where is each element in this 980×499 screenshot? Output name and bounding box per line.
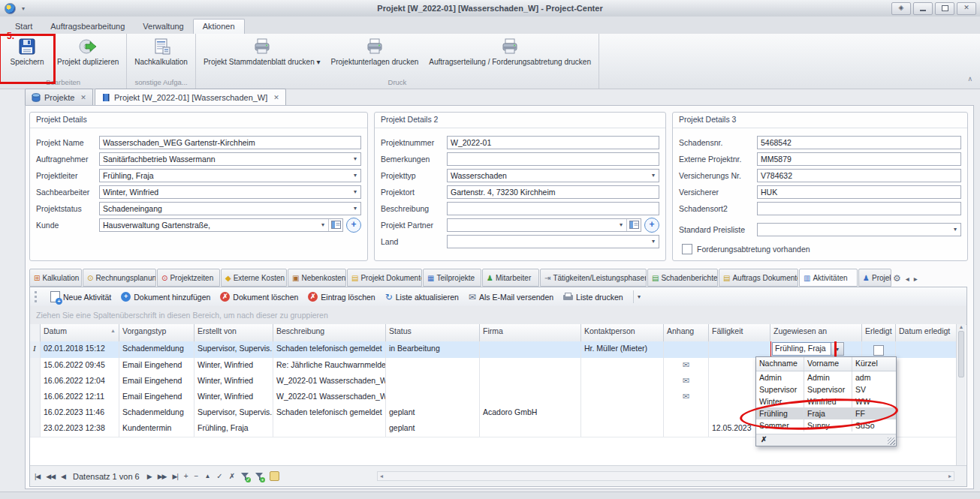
first-record-icon[interactable]: |◀ xyxy=(35,473,40,480)
delete-entry-button[interactable]: ✗Eintrag löschen xyxy=(308,292,375,302)
tab-kalkulation[interactable]: ⊞Kalkulation xyxy=(29,269,82,287)
assignee-editor-input[interactable]: Frühling, Fraja xyxy=(772,342,831,356)
grid-cell[interactable] xyxy=(480,421,581,437)
reminder-icon[interactable] xyxy=(270,471,279,481)
prev-page-icon[interactable]: ◀◀ xyxy=(46,473,55,480)
group-by-bar[interactable]: Ziehen Sie eine Spaltenüberschrift in di… xyxy=(30,306,966,325)
column-header-erstellt-von[interactable]: Erstellt von xyxy=(194,324,273,341)
contact-card-icon[interactable] xyxy=(626,219,641,231)
attachment-icon[interactable]: ✉ xyxy=(683,392,689,401)
attachment-icon[interactable]: ✉ xyxy=(683,360,689,369)
grid-cell[interactable]: 16.02.2023 11:46 xyxy=(41,405,119,421)
close-button[interactable]: ✕ xyxy=(957,2,976,15)
contact-card-icon[interactable] xyxy=(328,219,342,231)
grid-cell[interactable] xyxy=(896,358,957,374)
next-page-icon[interactable]: ▶▶ xyxy=(158,473,167,480)
chevron-down-icon[interactable]: ▾ xyxy=(648,172,659,179)
grid-cell[interactable] xyxy=(896,341,957,358)
grid-cell[interactable] xyxy=(896,405,957,421)
column-header-datum[interactable]: Datum▲ xyxy=(41,324,119,341)
minimize-button[interactable] xyxy=(913,2,933,15)
projekttyp-combo[interactable]: Wasserschaden▾ xyxy=(447,169,659,182)
erledigt-checkbox[interactable] xyxy=(873,345,884,356)
projekt-partner-combo[interactable]: ▾ xyxy=(447,218,641,232)
toolbar-grip[interactable] xyxy=(35,291,39,302)
filter-add-icon[interactable]: + xyxy=(255,472,264,481)
grid-cell[interactable] xyxy=(480,358,581,374)
versicherungs-nr-field[interactable]: V784632 xyxy=(757,169,961,182)
last-record-icon[interactable]: ▶| xyxy=(172,473,177,480)
delete-record-icon[interactable]: − xyxy=(194,472,199,480)
print-auftragserteilung-button[interactable]: Auftragserteilung / Forderungsabtretung … xyxy=(424,35,596,78)
tab-nebenkosten[interactable]: ▣Nebenkosten xyxy=(288,269,346,287)
grid-cell[interactable]: Schaden telefonisch gemeldet xyxy=(273,405,386,421)
grid-cell[interactable] xyxy=(664,421,709,437)
print-projektunterlagen-button[interactable]: Projektunterlagen drucken xyxy=(326,35,424,78)
grid-cell[interactable] xyxy=(273,421,386,437)
grid-cell[interactable]: geplant xyxy=(386,421,480,437)
grid-cell[interactable]: Winter, Winfried xyxy=(194,389,273,405)
grid-cell[interactable] xyxy=(581,389,664,405)
grid-cell[interactable] xyxy=(581,358,664,374)
duplicate-project-button[interactable]: Projekt duplizieren xyxy=(52,35,124,78)
tab-scroll-right-icon[interactable]: ▸ xyxy=(914,275,918,283)
restore-button[interactable] xyxy=(935,2,954,15)
schadensnr-field[interactable]: 5468542 xyxy=(757,136,961,149)
chevron-down-icon[interactable]: ▾ xyxy=(350,205,360,212)
dropdown-column-vorname[interactable]: Vorname xyxy=(804,357,852,371)
projekt-name-field[interactable]: Wasserschaden_WEG Gartenstr-Kirchheim xyxy=(99,136,361,149)
tab-auftrags-dokumente[interactable]: ▤Auftrags Dokumente xyxy=(719,269,798,287)
tab-projektzeiten[interactable]: ⊙Projektzeiten xyxy=(157,269,220,287)
tab-teilprojekte[interactable]: ▦Teilprojekte xyxy=(423,269,481,287)
tab-mitarbeiter[interactable]: ♟Mitarbeiter xyxy=(482,269,539,287)
attachment-icon[interactable]: ✉ xyxy=(683,376,689,385)
bemerkungen-field[interactable] xyxy=(447,152,659,166)
grid-cell[interactable] xyxy=(386,374,480,389)
column-header-kontaktperson[interactable]: Kontaktperson xyxy=(581,324,664,341)
ribbon-tab-aktionen[interactable]: Aktionen xyxy=(193,19,245,34)
add-kunde-button[interactable]: + xyxy=(346,218,361,233)
edit-record-icon[interactable]: ▲ xyxy=(204,473,210,479)
chevron-down-icon[interactable]: ▾ xyxy=(350,188,360,195)
grid-cell[interactable] xyxy=(896,374,957,389)
grid-cell[interactable]: W_2022-01 Wasserschaden_WEG xyxy=(273,374,386,389)
projektort-field[interactable]: Gartenstr. 4, 73230 Kirchheim xyxy=(447,185,659,199)
standard-preisliste-combo[interactable]: ▾ xyxy=(757,223,961,236)
grid-cell[interactable] xyxy=(581,374,664,389)
tab-schadenberichte[interactable]: ▤Schadenberichte xyxy=(647,269,718,287)
next-record-icon[interactable]: ▶ xyxy=(147,473,152,480)
scrollbar-thumb[interactable] xyxy=(958,331,964,377)
print-stammdatenblatt-button[interactable]: Projekt Stammdatenblatt drucken ▾ xyxy=(198,35,326,78)
grid-cell[interactable] xyxy=(386,389,480,405)
grid-cell[interactable]: Supervisor, Supervis... xyxy=(194,341,273,358)
dropdown-row-sommer[interactable]: SommerSunnySuSo xyxy=(756,419,896,431)
scroll-right-icon[interactable]: ▸ xyxy=(948,473,951,479)
resize-grip-icon[interactable] xyxy=(888,437,895,445)
auftragnehmer-combo[interactable]: Sanitärfachbetrieb Wassermann▾ xyxy=(99,152,361,166)
filter-icon[interactable]: ✓ xyxy=(241,472,249,481)
cancel-edit-icon[interactable]: ✗ xyxy=(229,472,235,480)
ribbon-collapse-icon[interactable]: ∧ xyxy=(967,75,972,83)
print-list-button[interactable]: Liste drucken xyxy=(563,293,623,302)
column-header-vorgangstyp[interactable]: Vorgangstyp xyxy=(119,324,194,341)
tab-scroll-left-icon[interactable]: ◂ xyxy=(906,275,909,283)
grid-cell[interactable] xyxy=(896,389,957,405)
grid-cell[interactable]: Hr. Müller (Mieter) xyxy=(581,341,664,358)
grid-cell[interactable]: 02.01.2018 15:12 xyxy=(41,341,119,358)
versicherer-field[interactable]: HUK xyxy=(757,185,961,199)
window-style-button[interactable]: ◈ xyxy=(891,2,911,15)
toolbar-more-icon[interactable]: ▾ xyxy=(633,290,645,303)
append-record-icon[interactable]: + xyxy=(184,472,188,480)
grid-cell[interactable]: ✉ xyxy=(664,374,709,389)
grid-cell[interactable] xyxy=(862,341,896,358)
kunde-combo[interactable]: Hausverwaltung Gartenstraße,▾ xyxy=(99,218,343,232)
grid-cell[interactable] xyxy=(664,405,709,421)
column-header-datum-erledigt[interactable]: Datum erledigt xyxy=(896,324,957,341)
grid-cell[interactable]: Re: Jährliche Rauchwarnmelderwar xyxy=(273,358,386,374)
grid-cell[interactable] xyxy=(581,405,664,421)
tab-projekte[interactable]: Projekte ✕ xyxy=(25,89,93,105)
grid-cell[interactable]: 16.06.2022 12:11 xyxy=(41,389,119,405)
sachbearbeiter-combo[interactable]: Winter, Winfried▾ xyxy=(99,185,361,199)
dropdown-row-fruehling[interactable]: FrühlingFrajaFF xyxy=(756,407,896,419)
dropdown-clear-icon[interactable]: ✗ xyxy=(761,435,767,443)
